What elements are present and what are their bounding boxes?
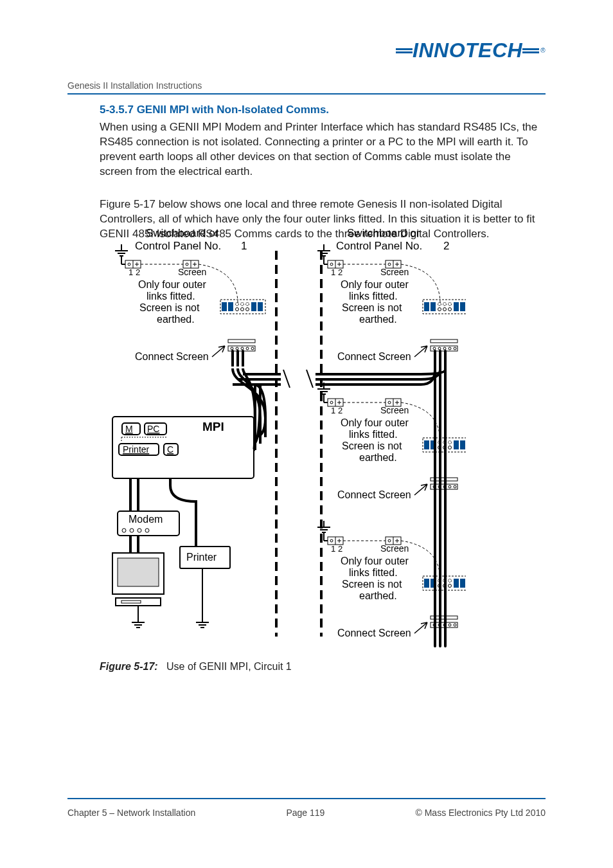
footer-left: Chapter 5 – Network Installation	[67, 808, 195, 818]
svg-text:Control Panel No.: Control Panel No.	[336, 240, 422, 252]
brand-logo: INNOTECH ®	[396, 39, 546, 62]
diagram-svg: 1 2 Screen Only four outer links fitted.…	[100, 225, 466, 649]
svg-text:Switchboard or: Switchboard or	[146, 227, 219, 239]
figure-caption: Figure 5-17: Use of GENII MPI, Circuit 1	[100, 661, 466, 673]
svg-text:M: M	[125, 424, 133, 434]
header-doc-title: Genesis II Installation Instructions	[67, 80, 546, 91]
svg-text:1: 1	[241, 240, 247, 252]
svg-text:Modem: Modem	[129, 514, 163, 525]
footer-right: © Mass Electronics Pty Ltd 2010	[415, 808, 546, 818]
footer-center: Page 119	[286, 808, 324, 818]
svg-text:MPI: MPI	[202, 420, 224, 433]
svg-text:Control Panel No.: Control Panel No.	[135, 240, 221, 252]
svg-text:Switchboard or: Switchboard or	[347, 227, 420, 239]
svg-text:PC: PC	[147, 424, 159, 434]
svg-text:2: 2	[443, 240, 449, 252]
svg-text:Printer: Printer	[186, 552, 217, 563]
section-heading: 5-3.5.7 GENII MPI with Non-Isolated Comm…	[100, 103, 546, 118]
svg-text:C: C	[167, 444, 173, 455]
header-rule	[67, 93, 546, 95]
section-para-1: When using a GENII MPI Modem and Printer…	[100, 120, 546, 179]
svg-text:Printer: Printer	[123, 444, 150, 455]
svg-rect-74	[118, 558, 159, 586]
figure-5-17: 1 2 Screen Only four outer links fitted.…	[100, 225, 466, 673]
svg-rect-76	[121, 601, 141, 603]
page-footer: Chapter 5 – Network Installation Page 11…	[67, 808, 546, 818]
footer-rule	[67, 798, 546, 799]
